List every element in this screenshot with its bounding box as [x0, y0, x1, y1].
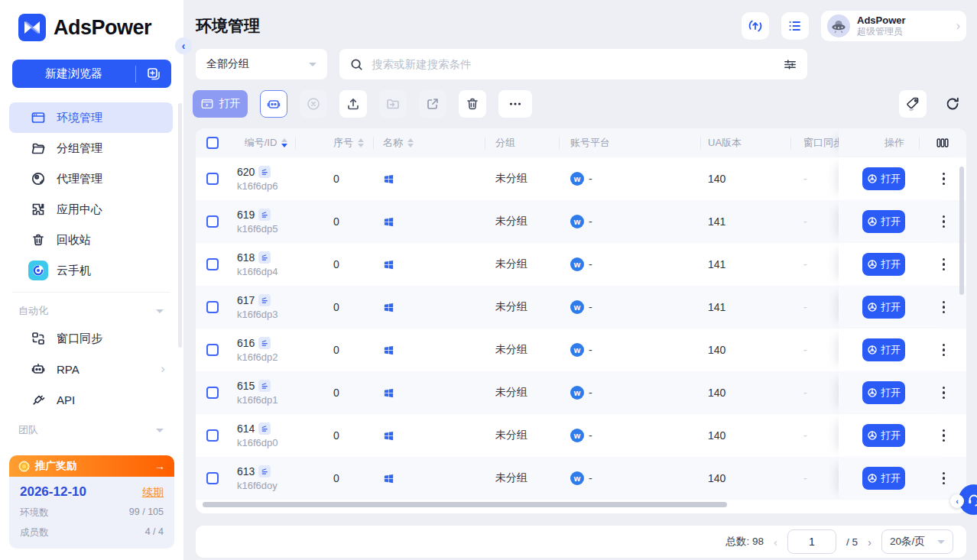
next-page-button[interactable]: ›: [868, 536, 872, 549]
section-automation[interactable]: 自动化: [9, 299, 173, 323]
row-id: 617: [237, 294, 255, 306]
row-more-menu[interactable]: [940, 170, 949, 189]
row-checkbox[interactable]: [206, 387, 219, 399]
windows-os-icon: [383, 387, 394, 399]
row-platform-cell: w -: [559, 457, 700, 500]
open-browser-button[interactable]: 打开: [862, 424, 905, 447]
rpa-robot-button[interactable]: [260, 90, 287, 118]
row-group: 未分组: [485, 371, 559, 414]
sidebar-item-rpa[interactable]: RPA ›: [9, 354, 173, 384]
row-name-cell: [373, 371, 485, 414]
row-checkbox[interactable]: [206, 215, 219, 228]
delete-button[interactable]: [459, 90, 486, 118]
row-code: k16f6dp1: [237, 394, 278, 406]
platform-icon: w: [570, 386, 584, 400]
note-badge-icon[interactable]: [258, 337, 271, 349]
log-list-button[interactable]: [781, 12, 809, 40]
column-name[interactable]: 名称: [373, 128, 485, 157]
sidebar-item-trash[interactable]: 回收站: [9, 225, 173, 255]
row-platform-cell: w -: [559, 371, 700, 414]
note-badge-icon[interactable]: [258, 380, 271, 392]
transfer-sync-button[interactable]: [742, 12, 769, 40]
row-more-menu[interactable]: [940, 212, 949, 231]
sidebar-item-app-center[interactable]: 应用中心: [9, 194, 173, 225]
row-more-menu[interactable]: [940, 469, 949, 488]
chevron-down-icon: [937, 540, 945, 544]
sidebar-item-groups[interactable]: 分组管理: [9, 133, 173, 163]
row-more-menu[interactable]: [940, 341, 949, 360]
sidebar-scrollbar[interactable]: [178, 103, 182, 348]
row-code: k16f6dp3: [237, 309, 278, 320]
sidebar-item-label: 云手机: [57, 264, 91, 278]
search-input[interactable]: [372, 58, 775, 70]
column-settings-icon[interactable]: [935, 135, 950, 151]
open-browser-button[interactable]: 打开: [862, 296, 905, 319]
row-checkbox[interactable]: [206, 258, 219, 270]
row-checkbox[interactable]: [206, 472, 219, 484]
promo-banner[interactable]: 推广奖励 →: [9, 455, 174, 477]
row-checkbox[interactable]: [206, 301, 219, 313]
row-checkbox[interactable]: [206, 344, 219, 356]
filter-sliders-icon[interactable]: [783, 57, 797, 72]
note-badge-icon[interactable]: [258, 465, 271, 477]
close-browser-button[interactable]: [300, 90, 327, 118]
select-all-checkbox[interactable]: [206, 137, 219, 149]
note-badge-icon[interactable]: [258, 209, 271, 221]
open-label: 打开: [881, 429, 901, 442]
sort-icons: [358, 138, 364, 147]
column-seq[interactable]: 序号: [295, 128, 373, 157]
new-browser-plus-icon[interactable]: [136, 66, 171, 82]
page-input[interactable]: [787, 529, 836, 554]
sidebar-item-environment[interactable]: 环境管理: [9, 102, 173, 133]
row-more-menu[interactable]: [940, 255, 949, 274]
share-export-button[interactable]: [419, 90, 446, 118]
more-actions-button[interactable]: [498, 90, 532, 118]
sort-icons: [407, 138, 414, 147]
row-more-menu[interactable]: [940, 426, 949, 445]
section-team[interactable]: 团队: [9, 418, 173, 442]
support-collapse-button[interactable]: ‹: [950, 494, 964, 508]
row-checkbox[interactable]: [206, 173, 219, 185]
sidebar-item-cloud-phone[interactable]: 云手机: [9, 255, 173, 286]
move-to-group-button[interactable]: [379, 90, 407, 118]
sidebar-item-window-sync[interactable]: 窗口同步: [9, 323, 173, 354]
note-badge-icon[interactable]: [258, 251, 271, 264]
sidebar-collapse-button[interactable]: ‹: [175, 37, 192, 54]
stat-value: 99 / 105: [129, 507, 164, 520]
row-platform-cell: w -: [559, 329, 700, 371]
user-profile[interactable]: AdsPower 超级管理员 ›: [821, 11, 966, 41]
open-selected-button[interactable]: 打开: [193, 90, 248, 118]
row-ua: 141: [700, 200, 790, 243]
chevron-down-icon: [156, 309, 164, 313]
refresh-button[interactable]: [939, 90, 966, 118]
open-browser-button[interactable]: 打开: [862, 210, 905, 233]
open-browser-button[interactable]: 打开: [862, 253, 905, 276]
row-checkbox[interactable]: [206, 429, 219, 442]
horizontal-scrollbar[interactable]: [203, 502, 727, 507]
row-actions-cell: 打开: [839, 243, 966, 286]
note-badge-icon[interactable]: [258, 166, 271, 178]
new-browser-button[interactable]: 新建浏览器: [12, 60, 171, 88]
sidebar-item-proxy[interactable]: 代理管理: [9, 163, 173, 194]
total-value: 98: [752, 536, 764, 547]
browser-icon: [867, 387, 878, 398]
tags-button[interactable]: [899, 90, 927, 118]
row-more-menu[interactable]: [940, 384, 949, 403]
row-more-menu[interactable]: [940, 298, 949, 317]
renew-link[interactable]: 续期: [142, 486, 164, 500]
vertical-scrollbar[interactable]: [959, 167, 964, 295]
note-badge-icon[interactable]: [258, 422, 271, 435]
open-browser-button[interactable]: 打开: [862, 338, 905, 361]
column-id[interactable]: 编号/ID: [229, 128, 295, 157]
open-browser-button[interactable]: 打开: [862, 167, 905, 190]
platform-icon: w: [570, 471, 584, 485]
open-browser-button[interactable]: 打开: [862, 381, 905, 404]
page-size-select[interactable]: 20条/页: [881, 529, 953, 554]
sidebar-item-api[interactable]: API: [9, 384, 173, 415]
group-filter-select[interactable]: 全部分组: [196, 49, 327, 79]
user-name: AdsPower: [857, 15, 906, 27]
export-upload-button[interactable]: [339, 90, 367, 118]
open-browser-button[interactable]: 打开: [862, 467, 905, 490]
note-badge-icon[interactable]: [258, 294, 271, 306]
prev-page-button[interactable]: ‹: [774, 536, 777, 549]
